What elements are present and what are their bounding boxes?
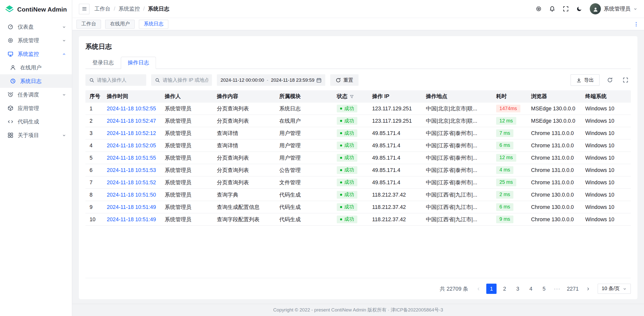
filter-icon[interactable] [349,94,354,99]
nav-tab-2[interactable]: 系统日志 [139,20,169,29]
nav-tab-1[interactable]: 在线用户 [105,20,135,29]
reset-button[interactable]: 重置 [330,74,359,86]
column-header[interactable]: 状态 [334,93,369,100]
status-badge: 成功 [337,166,357,174]
time-link[interactable]: 2024-11-18 10:51:49 [107,204,156,210]
cell-index: 1 [86,106,104,112]
column-header-label: 终端系统 [585,93,607,100]
cell-status: 成功 [334,178,369,186]
more-tabs-icon[interactable] [632,21,640,27]
app-logo[interactable]: ContiNew Admin [0,0,72,18]
ip-search-field[interactable] [151,74,212,86]
cell-status: 成功 [334,203,369,211]
pages-ellipsis[interactable]: ··· [552,284,562,294]
sidebar-item-task-schedule[interactable]: 任务调度 [0,88,72,101]
column-header: 操作内容 [214,93,276,100]
sidebar-item-code-generation[interactable]: 代码生成 [0,115,72,128]
page-size-value: 10 条/页 [602,285,620,292]
sidebar: ContiNew Admin 仪表盘系统管理系统监控在线用户系统日志任务调度应用… [0,0,72,316]
cell-os: Windows 10 [582,118,631,124]
cell-content: 分页查询列表 [214,105,276,112]
page-button-5[interactable]: 5 [539,284,549,294]
sidebar-item-about-project[interactable]: 关于项目 [0,128,72,142]
avatar [590,3,601,14]
time-link[interactable]: 2024-11-18 10:51:55 [107,155,156,161]
table-fullscreen-button[interactable] [620,75,631,85]
date-range-picker[interactable]: 2024-11-12 00:00:00 - 2024-11-18 23:59:5… [217,74,325,86]
log-type-tabs: 登录日志操作日志 [86,57,631,69]
cell-os: Windows 10 [582,106,631,112]
sidebar-item-label: 关于项目 [18,131,58,139]
cell-location: 中国|江西省|九江市|... [423,203,493,211]
breadcrumb-item[interactable]: 工作台 [95,5,111,12]
settings-icon[interactable] [536,6,542,12]
log-tab-1[interactable]: 操作日志 [121,57,156,69]
log-tab-0[interactable]: 登录日志 [86,57,121,69]
time-link[interactable]: 2024-11-18 10:52:05 [107,143,156,149]
time-link[interactable]: 2024-11-18 10:52:12 [107,130,156,136]
user-menu[interactable]: 系统管理员 [590,3,637,14]
cell-location: 中国|江苏省|泰州市|... [423,129,493,137]
time-link[interactable]: 2024-11-18 10:51:52 [107,179,156,185]
cell-index: 4 [86,143,104,149]
time-link[interactable]: 2024-11-18 10:51:49 [107,216,156,222]
sidebar-item-system-management[interactable]: 系统管理 [0,34,72,47]
bell-icon[interactable] [549,6,555,12]
cell-ip: 49.85.171.4 [369,130,423,136]
cell-module: 公告管理 [276,166,334,174]
page-button-1[interactable]: 1 [486,284,497,294]
column-header: 耗时 [493,93,528,100]
prev-page-button[interactable] [473,284,484,294]
cell-os: Windows 10 [582,204,631,210]
topbar-right: 系统管理员 [536,3,637,14]
cell-location: 中国|江西省|九江市|... [423,191,493,198]
cell-module: 系统日志 [276,105,334,112]
sidebar-item-dashboard[interactable]: 仪表盘 [0,20,72,34]
sidebar-item-online-users[interactable]: 在线用户 [0,61,72,74]
collapse-sidebar-button[interactable] [79,4,89,14]
nav-tab-0[interactable]: 工作台 [76,20,101,29]
main-column: 工作台 / 系统监控 / 系统日志 系统管理员 [72,0,644,316]
cell-operator: 系统管理员 [162,203,214,211]
page-button-2[interactable]: 2 [499,284,510,294]
cell-ip: 123.117.129.251 [369,106,423,112]
cell-operator: 系统管理员 [162,216,214,223]
time-link[interactable]: 2024-11-18 10:52:55 [107,106,156,112]
sidebar-item-system-logs[interactable]: 系统日志 [0,74,72,88]
table-row: 72024-11-18 10:51:52系统管理员分页查询列表文件管理成功49.… [86,176,631,189]
operator-search-field[interactable] [86,74,146,86]
page-button-3[interactable]: 3 [513,284,523,294]
column-header-label: 操作时间 [107,93,128,100]
time-link[interactable]: 2024-11-18 10:52:47 [107,118,156,124]
next-page-button[interactable] [583,284,593,294]
table-row: 22024-11-18 10:52:47系统管理员分页查询列表在线用户成功123… [86,115,631,127]
operator-search-input[interactable] [97,77,142,83]
page-button-2271[interactable]: 2271 [565,284,580,294]
sidebar-item-app-management[interactable]: 应用管理 [0,101,72,115]
moon-icon[interactable] [576,6,582,12]
status-dot [340,182,342,184]
breadcrumb-item[interactable]: 系统监控 [118,5,140,12]
duration-badge: 7 ms [496,129,513,137]
duration-badge: 25 ms [496,179,516,186]
time-link[interactable]: 2024-11-18 10:51:50 [107,192,156,198]
cell-operator: 系统管理员 [162,154,214,161]
cell-duration: 2 ms [493,191,528,199]
status-badge: 成功 [337,105,357,112]
page-size-select[interactable]: 10 条/页 [597,284,631,294]
sidebar-item-label: 在线用户 [20,64,66,71]
sidebar-item-system-monitor[interactable]: 系统监控 [0,47,72,61]
gear-icon [7,37,13,43]
sidebar-item-label: 任务调度 [18,91,58,98]
table-row: 62024-11-18 10:51:53系统管理员分页查询列表公告管理成功49.… [86,164,631,176]
cell-content: 查询字段配置列表 [214,216,276,223]
status-dot [340,169,342,171]
cell-duration: 9 ms [493,215,528,223]
export-button[interactable]: 导出 [571,74,600,86]
page-button-4[interactable]: 4 [526,284,536,294]
fullscreen-icon[interactable] [563,6,569,12]
ip-search-input[interactable] [163,77,208,83]
main-content: 系统日志 登录日志操作日志 2024-11-12 00:00:00 - 20 [72,30,644,304]
refresh-table-button[interactable] [605,75,615,85]
time-link[interactable]: 2024-11-18 10:51:53 [107,167,156,173]
